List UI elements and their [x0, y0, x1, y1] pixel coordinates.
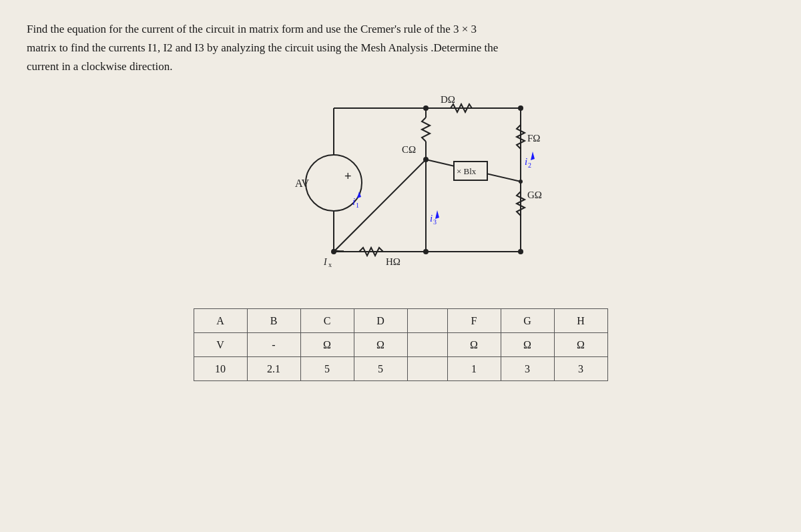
- unit-h: Ω: [554, 333, 607, 357]
- value-f: 1: [447, 357, 501, 381]
- svg-text:i: i: [352, 196, 355, 207]
- svg-text:i: i: [525, 156, 527, 167]
- svg-text:i: i: [430, 213, 433, 224]
- svg-marker-41: [435, 210, 439, 219]
- svg-text:FΩ: FΩ: [527, 133, 541, 144]
- problem-line1: Find the equation for the current of the…: [27, 20, 761, 39]
- circuit-svg: + AV i 1 CΩ: [260, 88, 581, 295]
- svg-point-19: [423, 105, 429, 111]
- value-c: 5: [300, 357, 354, 381]
- svg-marker-27: [531, 152, 535, 160]
- header-f: F: [447, 309, 501, 333]
- header-empty: [407, 309, 447, 333]
- value-empty: [407, 357, 447, 381]
- table-units-row: V - Ω Ω Ω Ω Ω: [194, 333, 607, 357]
- problem-statement: Find the equation for the current of the…: [27, 20, 761, 76]
- value-g: 3: [501, 357, 554, 381]
- unit-empty: [407, 333, 447, 357]
- svg-text:1: 1: [356, 202, 359, 209]
- unit-d: Ω: [354, 333, 407, 357]
- svg-text:AV: AV: [295, 178, 309, 189]
- svg-text:3: 3: [433, 218, 437, 226]
- svg-text:×  Blx: × Blx: [457, 166, 477, 176]
- unit-a: V: [194, 333, 247, 357]
- values-table-container: A B C D F G H V - Ω Ω Ω Ω Ω 10 2.1: [27, 308, 774, 381]
- svg-text:DΩ: DΩ: [441, 94, 455, 105]
- value-a: 10: [194, 357, 247, 381]
- header-a: A: [194, 309, 247, 333]
- table-values-row: 10 2.1 5 5 1 3 3: [194, 357, 607, 381]
- svg-text:GΩ: GΩ: [527, 190, 542, 200]
- table-header-row: A B C D F G H: [194, 309, 607, 333]
- svg-text:2: 2: [528, 162, 531, 169]
- value-d: 5: [354, 357, 407, 381]
- svg-text:+: +: [344, 170, 352, 183]
- component-values-table: A B C D F G H V - Ω Ω Ω Ω Ω 10 2.1: [194, 308, 608, 381]
- header-c: C: [300, 309, 354, 333]
- header-h: H: [554, 309, 607, 333]
- problem-line2: matrix to find the currents I1, I2 and I…: [27, 39, 761, 57]
- page-container: Find the equation for the current of the…: [0, 0, 801, 394]
- circuit-svg-element: + AV i 1 CΩ: [260, 88, 581, 295]
- svg-text:I: I: [323, 257, 328, 267]
- svg-text:CΩ: CΩ: [402, 144, 416, 155]
- value-b: 2.1: [247, 357, 300, 381]
- header-g: G: [501, 309, 554, 333]
- circuit-diagram: + AV i 1 CΩ: [27, 88, 774, 302]
- unit-b: -: [247, 333, 300, 357]
- unit-g: Ω: [501, 333, 554, 357]
- header-b: B: [247, 309, 300, 333]
- problem-line3: current in a clockwise direction.: [27, 57, 761, 76]
- unit-f: Ω: [447, 333, 501, 357]
- svg-text:x: x: [328, 261, 332, 268]
- svg-text:HΩ: HΩ: [386, 256, 400, 267]
- value-h: 3: [554, 357, 607, 381]
- header-d: D: [354, 309, 407, 333]
- unit-c: Ω: [300, 333, 354, 357]
